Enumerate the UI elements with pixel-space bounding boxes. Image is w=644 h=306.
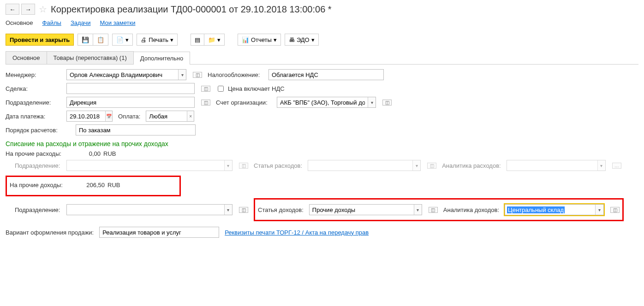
exp-analytics-label: Аналитика расходов: — [442, 162, 501, 169]
tab-main[interactable]: Основное — [6, 51, 47, 64]
dropdown-icon[interactable]: ▾ — [224, 205, 232, 215]
topnav-tasks[interactable]: Задачи — [71, 19, 91, 26]
variant-input[interactable] — [100, 227, 219, 237]
other-income-label: На прочие доходы: — [10, 182, 74, 188]
deal-label: Сделка: — [6, 85, 61, 92]
open-external-icon[interactable]: ◫ — [429, 207, 438, 213]
arrow-right-icon: → — [25, 6, 31, 13]
manager-label: Менеджер: — [6, 71, 61, 78]
exp-analytics-input-wrap: ▾ — [507, 160, 606, 171]
topnav-main[interactable]: Основное — [6, 19, 33, 26]
save-icon: 💾 — [82, 36, 89, 43]
dropdown-icon[interactable]: ▾ — [414, 205, 422, 215]
print-button[interactable]: 🖨 Печать ▾ — [137, 34, 178, 46]
more-icon[interactable]: … — [612, 163, 621, 169]
exp-dept-input[interactable] — [67, 160, 224, 171]
other-expenses-value: 0,00 — [73, 150, 101, 157]
other-income-currency: RUB — [107, 182, 120, 188]
inc-item-input-wrap: ▾ — [309, 204, 422, 215]
inc-analytics-input-wrap: Центральный склад ▾ — [505, 204, 604, 215]
open-external-icon[interactable]: ◫ — [201, 100, 210, 106]
reports-icon: 📊 — [242, 36, 249, 43]
edo-icon: 🖶 — [289, 36, 295, 43]
open-external-icon[interactable]: ◫ — [382, 100, 392, 106]
favorite-star-icon[interactable]: ☆ — [39, 4, 47, 15]
order-input[interactable] — [76, 125, 195, 135]
dropdown-icon[interactable]: ▾ — [178, 70, 186, 80]
deal-input[interactable] — [67, 83, 194, 94]
paydate-input-wrap: 📅 — [66, 111, 113, 122]
toolbar: Провести и закрыть 💾 📋 📄 ▾ 🖨 Печать ▾ ▤ … — [0, 31, 644, 48]
other-income-value: 206,50 — [77, 182, 105, 188]
clear-icon[interactable]: × — [187, 111, 194, 121]
variant-input-wrap — [99, 227, 219, 238]
inc-item-input[interactable] — [310, 205, 414, 215]
inc-dept-input[interactable] — [67, 205, 224, 215]
inc-item-label: Статья доходов: — [258, 206, 304, 213]
arrow-left-icon: ← — [9, 6, 15, 13]
exp-analytics-input[interactable] — [507, 160, 597, 171]
tab-goods[interactable]: Товары (перепоставка) (1) — [47, 51, 134, 64]
inc-analytics-input[interactable]: Центральный склад — [505, 206, 566, 213]
list-button[interactable]: ▤ — [191, 34, 204, 46]
paydate-label: Дата платежа: — [6, 113, 61, 120]
payment-input[interactable] — [146, 111, 187, 121]
dropdown-icon[interactable]: ▾ — [595, 205, 603, 215]
basedoc-icon: 📄 — [116, 36, 124, 43]
paydate-input[interactable] — [67, 111, 105, 121]
printer-icon: 🖨 — [141, 36, 147, 43]
account-label: Счет организации: — [216, 99, 271, 106]
post-button[interactable]: 📋 — [93, 34, 108, 46]
dept-label: Подразделение: — [6, 99, 61, 106]
requisites-link[interactable]: Реквизиты печати ТОРГ-12 / Акта на перед… — [225, 229, 369, 236]
dropdown-icon[interactable]: ▾ — [597, 160, 605, 171]
form-tabs: Основное Товары (перепоставка) (1) Допол… — [6, 51, 638, 65]
list-icon: ▤ — [195, 36, 200, 43]
inc-dept-input-wrap: ▾ — [66, 204, 233, 215]
deal-input-wrap — [66, 83, 195, 94]
open-external-icon[interactable]: ◫ — [201, 86, 210, 92]
open-external-icon[interactable]: ◫ — [239, 207, 248, 213]
order-input-wrap — [76, 124, 196, 135]
top-nav-links: Основное Файлы Задачи Мои заметки — [0, 17, 644, 31]
config-button[interactable]: 📁 ▾ — [204, 34, 225, 46]
order-label: Порядок расчетов: — [6, 127, 70, 134]
open-external-icon[interactable]: ◫ — [239, 163, 248, 169]
inc-analytics-label: Аналитика доходов: — [443, 206, 499, 213]
vat-included-checkbox[interactable] — [218, 86, 224, 92]
tax-input[interactable] — [269, 70, 383, 80]
config-icon: 📁 — [208, 36, 215, 43]
calendar-icon[interactable]: 📅 — [105, 111, 112, 121]
post-and-close-button[interactable]: Провести и закрыть — [6, 34, 74, 46]
open-external-icon[interactable]: ◫ — [193, 72, 202, 78]
payment-input-wrap: × — [146, 111, 194, 122]
forward-button[interactable]: → — [21, 4, 35, 15]
other-expenses-currency: RUB — [103, 150, 116, 157]
manager-input[interactable] — [67, 70, 178, 80]
account-input-wrap: ▾ — [277, 97, 376, 108]
post-icon: 📋 — [97, 36, 104, 43]
section-title: Списание на расходы и отражение на прочи… — [6, 140, 638, 147]
account-input[interactable] — [277, 97, 368, 107]
reports-button[interactable]: 📊 Отчеты ▾ — [238, 34, 281, 46]
manager-input-wrap: ▾ — [66, 69, 186, 80]
tab-extra[interactable]: Дополнительно — [133, 52, 191, 65]
topnav-notes[interactable]: Мои заметки — [100, 19, 136, 26]
exp-item-input[interactable] — [308, 160, 412, 171]
back-button[interactable]: ← — [6, 4, 19, 15]
open-external-icon[interactable]: ◫ — [610, 207, 620, 213]
basedoc-button[interactable]: 📄 ▾ — [112, 34, 133, 46]
variant-label: Вариант оформления продажи: — [6, 229, 94, 236]
save-button[interactable]: 💾 — [78, 34, 93, 46]
other-expenses-label: На прочие расходы: — [6, 150, 70, 157]
dropdown-icon[interactable]: ▾ — [412, 160, 420, 171]
dropdown-icon[interactable]: ▾ — [224, 160, 232, 171]
exp-dept-input-wrap: ▾ — [66, 160, 233, 171]
topnav-files[interactable]: Файлы — [42, 19, 61, 26]
edo-button[interactable]: 🖶 ЭДО ▾ — [285, 34, 319, 46]
open-external-icon[interactable]: ◫ — [427, 163, 436, 169]
dept-input[interactable] — [67, 97, 194, 107]
inc-dept-label: Подразделение: — [6, 206, 61, 213]
payment-label: Оплата: — [118, 113, 140, 120]
dropdown-icon[interactable]: ▾ — [368, 97, 376, 107]
